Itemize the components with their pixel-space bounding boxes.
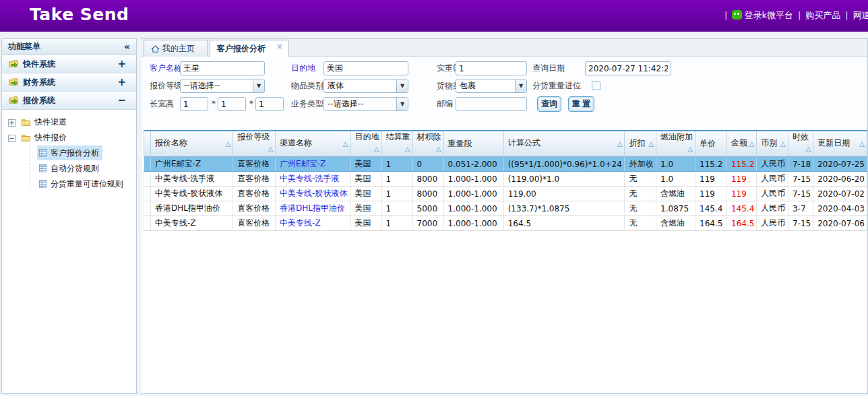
table-row[interactable]: 中美专线-洗手液直客价格中美专线-洗手液美国180001.000-1.000(1… [144, 172, 867, 187]
grid-icon [38, 164, 47, 173]
sort-icon[interactable]: △ [617, 137, 623, 151]
top-link[interactable]: 登录k微平台 [732, 10, 793, 20]
sidebar-section-快件系统[interactable]: 快件系统+ [2, 55, 136, 73]
channel-link[interactable]: 中美专线-Z [280, 218, 321, 228]
tree-item-body[interactable]: 客户报价分析 [37, 145, 102, 160]
tab-我的主页[interactable]: 我的主页 [144, 40, 208, 57]
reset-button[interactable]: 重 置 [568, 96, 594, 112]
top-link[interactable]: 网速测试 [853, 10, 868, 20]
link-separator: | [845, 10, 848, 20]
sidebar-section-报价系统[interactable]: 报价系统− [2, 92, 136, 110]
table-row[interactable]: 香港DHL指甲油价直客价格香港DHL指甲油价美国150001.000-1.000… [144, 201, 867, 216]
sort-icon[interactable]: △ [436, 143, 441, 156]
cell-报价名称: 香港DHL指甲油价 [151, 201, 233, 216]
tree-item-快件渠道[interactable]: +快件渠道 [2, 114, 136, 130]
cargo-type-select[interactable]: 包裹 ▼ [456, 79, 527, 93]
sort-icon[interactable]: △ [226, 137, 231, 151]
tree-expander-icon[interactable]: − [8, 135, 16, 142]
quote-grade-select[interactable]: --请选择-- ▼ [180, 79, 265, 93]
cell-材积除: 8000 [412, 172, 443, 187]
column-header-报价名称[interactable]: 报价名称△ [151, 131, 233, 157]
cell-报价等级: 直客价格 [233, 187, 276, 201]
column-header-币别[interactable]: 币别△ [757, 131, 788, 157]
column-header-时效[interactable]: 时效△ [788, 131, 813, 157]
column-header-报价等级[interactable]: 报价等级△ [233, 131, 276, 157]
column-header-折扣[interactable]: 折扣△ [625, 131, 656, 157]
column-header-结算重[interactable]: 结算重△ [381, 131, 412, 157]
tree-item-分货重量可进位规则[interactable]: 分货重量可进位规则 [2, 176, 136, 192]
column-header-单价[interactable]: 单价 [695, 131, 727, 157]
row-selector-cell [144, 216, 151, 231]
query-button[interactable]: 查询 [537, 96, 561, 112]
cell-重量段: 0.051-2.000 [443, 157, 503, 172]
destination-input[interactable] [323, 61, 408, 75]
table-row[interactable]: 广州E邮宝-Z直客价格广州E邮宝-Z美国100.051-2.000((95*1/… [144, 157, 867, 172]
tree-item-body[interactable]: 快件渠道 [20, 114, 70, 129]
table-row[interactable]: 中美专线-胶状液体直客价格中美专线-胶状液体美国180001.000-1.000… [144, 187, 867, 201]
chevron-down-icon[interactable]: ▼ [396, 79, 408, 92]
height-input[interactable] [255, 97, 284, 111]
channel-link[interactable]: 中美专线-胶状液体 [280, 189, 347, 198]
column-header-渠道名称[interactable]: 渠道名称△ [276, 131, 350, 157]
column-header-重量段[interactable]: 重量段 [443, 131, 503, 157]
sort-icon[interactable]: △ [859, 137, 865, 151]
zip-code-input[interactable] [456, 97, 527, 111]
customer-name-input[interactable] [180, 61, 265, 75]
sidebar-collapse-icon[interactable]: « [124, 39, 130, 55]
channel-link[interactable]: 广州E邮宝-Z [280, 159, 326, 168]
business-type-select[interactable]: --请选择-- ▼ [323, 97, 408, 111]
item-category-select[interactable]: 液体 ▼ [323, 79, 408, 93]
table-row[interactable]: 中美专线-Z直客价格中美专线-Z美国170001.000-1.000164.5无… [144, 216, 867, 231]
chevron-down-icon[interactable]: ▼ [515, 79, 526, 92]
tree-item-快件报价[interactable]: −快件报价 [2, 130, 136, 145]
cell-金额: 119 [726, 187, 756, 201]
column-header-金额[interactable]: 金额△ [726, 131, 756, 157]
sort-icon[interactable]: △ [343, 137, 348, 151]
column-header-计算公式[interactable]: 计算公式△ [503, 131, 625, 157]
link-separator: | [724, 10, 727, 20]
carry-weight-checkbox[interactable] [592, 81, 600, 90]
query-date-input[interactable] [585, 61, 671, 75]
cell-单价: 115.2 [695, 157, 727, 172]
folder-arrow-icon [8, 96, 19, 105]
channel-link[interactable]: 中美专线-洗手液 [280, 174, 339, 183]
sort-icon[interactable]: △ [405, 143, 410, 156]
expand-collapse-icon[interactable]: + [117, 55, 126, 73]
sidebar-section-label: 报价系统 [23, 96, 55, 105]
channel-link[interactable]: 香港DHL指甲油价 [280, 203, 345, 213]
chevron-down-icon[interactable]: ▼ [396, 98, 408, 110]
width-input[interactable] [218, 97, 246, 111]
sidebar-section-财务系统[interactable]: 财务系统+ [2, 73, 136, 92]
sidebar-tree: +快件渠道−快件报价客户报价分析自动分货规则分货重量可进位规则 [2, 110, 136, 192]
cell-时效: 7-15 [788, 172, 813, 187]
tree-item-body[interactable]: 自动分货规则 [37, 161, 102, 176]
expand-collapse-icon[interactable]: + [117, 73, 126, 91]
column-header-目的地[interactable]: 目的地△ [350, 131, 381, 157]
expand-collapse-icon[interactable]: − [117, 92, 126, 109]
customer-name-label: 客户名称 [150, 61, 182, 75]
sort-icon[interactable]: △ [374, 143, 379, 156]
sort-icon[interactable]: △ [648, 137, 654, 151]
cell-重量段: 1.000-1.000 [443, 216, 503, 231]
tree-item-客户报价分析[interactable]: 客户报价分析 [2, 145, 136, 161]
chevron-down-icon[interactable]: ▼ [253, 79, 264, 92]
column-header-材积除[interactable]: 材积除△ [412, 131, 443, 157]
tab-客户报价分析[interactable]: 客户报价分析× [210, 40, 289, 57]
tree-item-自动分货规则[interactable]: 自动分货规则 [2, 161, 136, 176]
sort-icon[interactable]: △ [805, 143, 811, 156]
tree-expander-icon[interactable]: + [8, 119, 16, 127]
sort-icon[interactable]: △ [268, 143, 273, 156]
column-header-更新日期[interactable]: 更新日期△ [813, 131, 867, 157]
column-header-label: 金额 [731, 138, 747, 147]
tree-item-body[interactable]: 分货重量可进位规则 [37, 176, 127, 191]
tree-item-body[interactable]: 快件报价 [20, 130, 70, 145]
quote-grade-value: --请选择-- [184, 79, 220, 92]
sort-icon[interactable]: △ [780, 137, 786, 151]
column-header-燃油附加[interactable]: 燃油附加△ [656, 131, 695, 157]
top-link[interactable]: 购买产品 [805, 10, 840, 20]
length-input[interactable] [180, 97, 208, 111]
close-icon[interactable]: × [276, 38, 283, 55]
sort-icon[interactable]: △ [687, 143, 693, 156]
actual-weight-input[interactable] [456, 61, 527, 75]
sort-icon[interactable]: △ [749, 137, 755, 151]
